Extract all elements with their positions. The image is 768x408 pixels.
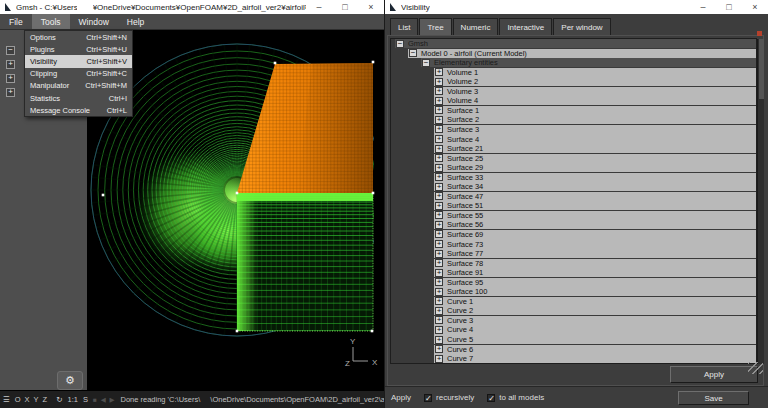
plus-expand-box[interactable]: + <box>435 106 443 114</box>
to-all-models-checkbox[interactable]: ✓ <box>487 394 495 402</box>
plus-expand-box[interactable]: + <box>435 355 443 363</box>
menu-item-clipping[interactable]: ClippingCtrl+Shift+C <box>25 68 132 80</box>
statusbar-x-button[interactable]: X <box>25 395 30 404</box>
tree-row[interactable]: +Surface 51 <box>391 201 756 211</box>
minus-expand-box[interactable]: − <box>396 40 404 48</box>
tree-row[interactable]: +Volume 4 <box>391 96 756 106</box>
plus-expand-box[interactable]: + <box>435 297 443 305</box>
tab-per-window[interactable]: Per window <box>553 18 610 35</box>
minimize-button[interactable]: – <box>690 0 716 14</box>
resize-grip[interactable] <box>748 362 763 374</box>
maximize-button[interactable]: □ <box>332 0 358 14</box>
tree-row[interactable]: +Curve 2 <box>391 306 756 316</box>
tree-row[interactable]: +Volume 2 <box>391 77 756 87</box>
tree-row[interactable]: +Surface 77 <box>391 249 756 259</box>
plus-expand-box[interactable]: + <box>435 211 443 219</box>
minus-expand-box[interactable]: − <box>409 49 417 57</box>
tree-row[interactable]: +Surface 25 <box>391 154 756 164</box>
menu-item-visibility[interactable]: VisibilityCtrl+Shift+V <box>25 55 132 67</box>
plus-expand-box[interactable]: + <box>435 221 443 229</box>
visibility-tree[interactable]: −Gmsh−Model 0 - airfoil (Current Model)−… <box>390 38 757 364</box>
tree-row[interactable]: +Surface 100 <box>391 287 756 297</box>
plus-expand-box[interactable]: + <box>435 192 443 200</box>
plus-expand-box[interactable]: + <box>435 164 443 172</box>
tree-row[interactable]: +Curve 6 <box>391 345 756 355</box>
statusbar-z-button[interactable]: Z <box>43 395 48 404</box>
quick-options-gear-button[interactable]: ⚙ <box>57 371 83 390</box>
menu-item-plugins[interactable]: PluginsCtrl+Shift+U <box>25 43 132 55</box>
plus-expand-box[interactable]: + <box>435 183 443 191</box>
tree-row[interactable]: +Surface 4 <box>391 134 756 144</box>
plus-expand-box[interactable]: + <box>435 230 443 238</box>
tree-row[interactable]: +Surface 95 <box>391 278 756 288</box>
plus-expand-box[interactable]: + <box>435 326 443 334</box>
tree-row[interactable]: +Surface 1 <box>391 106 756 116</box>
tab-list[interactable]: List <box>390 18 418 35</box>
tree-row[interactable]: +Surface 2 <box>391 115 756 125</box>
tree-apply-button[interactable]: Apply <box>670 366 758 383</box>
plus-expand-box[interactable]: + <box>435 307 443 315</box>
tree-row[interactable]: +Surface 55 <box>391 211 756 221</box>
plus-expand-box[interactable]: + <box>435 125 443 133</box>
tree-row[interactable]: +Curve 5 <box>391 335 756 345</box>
recursively-option[interactable]: ✓ recursively <box>424 393 474 402</box>
tree-row[interactable]: +Curve 4 <box>391 325 756 335</box>
menu-window[interactable]: Window <box>70 14 118 29</box>
plus-expand-box[interactable]: + <box>435 278 443 286</box>
to-all-models-option[interactable]: ✓ to all models <box>487 393 544 402</box>
close-button[interactable]: × <box>742 0 768 14</box>
tree-row[interactable]: −Gmsh <box>391 39 756 49</box>
tree-row[interactable]: +Surface 33 <box>391 173 756 183</box>
plus-expand-box[interactable]: + <box>435 336 443 344</box>
tree-row[interactable]: +Surface 34 <box>391 182 756 192</box>
snap-button[interactable]: S <box>83 395 88 404</box>
module-tree-plus-box[interactable]: + <box>6 60 15 69</box>
tab-interactive[interactable]: Interactive <box>499 18 552 35</box>
tree-row[interactable]: +Surface 56 <box>391 220 756 230</box>
tree-row[interactable]: +Curve 1 <box>391 297 756 307</box>
menu-help[interactable]: Help <box>118 14 153 29</box>
plus-expand-box[interactable]: + <box>435 173 443 181</box>
plus-expand-box[interactable]: + <box>435 78 443 86</box>
tree-row[interactable]: −Model 0 - airfoil (Current Model) <box>391 49 756 59</box>
tree-row[interactable]: +Surface 73 <box>391 239 756 249</box>
tree-row[interactable]: +Surface 29 <box>391 163 756 173</box>
hamburger-icon[interactable]: ☰ <box>3 395 10 404</box>
statusbar-o-button[interactable]: O <box>15 395 21 404</box>
tree-row[interactable]: −Elementary entities <box>391 58 756 68</box>
plus-expand-box[interactable]: + <box>435 345 443 353</box>
tree-scrollbar[interactable] <box>757 39 764 364</box>
module-tree-plus-box[interactable]: + <box>6 74 15 83</box>
tab-numeric[interactable]: Numeric <box>453 18 499 35</box>
tree-row[interactable]: +Surface 69 <box>391 230 756 240</box>
tree-row[interactable]: +Surface 47 <box>391 192 756 202</box>
tree-row[interactable]: +Surface 91 <box>391 268 756 278</box>
module-tree-minus-box[interactable]: − <box>6 46 15 55</box>
plus-expand-box[interactable]: + <box>435 316 443 324</box>
minus-expand-box[interactable]: − <box>422 59 430 67</box>
plus-expand-box[interactable]: + <box>435 288 443 296</box>
maximize-button[interactable]: □ <box>716 0 742 14</box>
tree-row[interactable]: +Surface 78 <box>391 259 756 269</box>
tab-tree[interactable]: Tree <box>419 18 451 35</box>
plus-expand-box[interactable]: + <box>435 202 443 210</box>
plus-expand-box[interactable]: + <box>435 154 443 162</box>
menu-item-message-console[interactable]: Message ConsoleCtrl+L <box>25 104 132 116</box>
save-button[interactable]: Save <box>678 391 749 405</box>
tree-row[interactable]: +Curve 3 <box>391 316 756 326</box>
menu-tools[interactable]: Tools <box>32 14 70 29</box>
tree-row[interactable]: +Curve 7 <box>391 354 756 364</box>
plus-expand-box[interactable]: + <box>435 135 443 143</box>
plus-expand-box[interactable]: + <box>435 240 443 248</box>
plus-expand-box[interactable]: + <box>435 269 443 277</box>
minimize-button[interactable]: – <box>306 0 332 14</box>
menu-item-manipulator[interactable]: ManipulatorCtrl+Shift+M <box>25 80 132 92</box>
plus-expand-box[interactable]: + <box>435 145 443 153</box>
recursively-checkbox[interactable]: ✓ <box>424 394 432 402</box>
tree-row[interactable]: +Surface 3 <box>391 125 756 135</box>
tree-row[interactable]: +Surface 21 <box>391 144 756 154</box>
plus-expand-box[interactable]: + <box>435 97 443 105</box>
menu-item-options[interactable]: OptionsCtrl+Shift+N <box>25 31 132 43</box>
tree-row[interactable]: +Volume 1 <box>391 68 756 78</box>
zoom-1-1-button[interactable]: 1:1 <box>68 395 78 404</box>
